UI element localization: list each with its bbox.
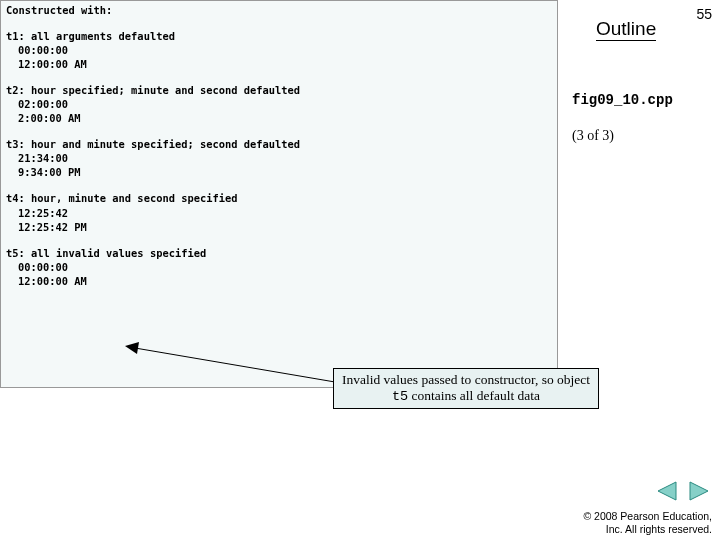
output-standard-time: 2:00:00 AM bbox=[6, 111, 552, 125]
output-label: t2: hour specified; minute and second de… bbox=[6, 83, 552, 97]
source-filename: fig09_10.cpp bbox=[572, 92, 673, 108]
svg-marker-3 bbox=[690, 482, 708, 500]
output-standard-time: 12:25:42 PM bbox=[6, 220, 552, 234]
output-universal-time: 00:00:00 bbox=[6, 260, 552, 274]
output-universal-time: 21:34:00 bbox=[6, 151, 552, 165]
copyright-line-2: Inc. All rights reserved. bbox=[583, 523, 712, 536]
callout-box: Invalid values passed to constructor, so… bbox=[333, 368, 599, 409]
page-count: (3 of 3) bbox=[572, 128, 614, 144]
output-label: t3: hour and minute specified; second de… bbox=[6, 137, 552, 151]
triangle-left-icon bbox=[656, 481, 678, 501]
output-block-t4: t4: hour, minute and second specified 12… bbox=[6, 191, 552, 233]
callout-code: t5 bbox=[392, 389, 408, 404]
output-title: Constructed with: bbox=[6, 3, 552, 17]
triangle-right-icon bbox=[688, 481, 710, 501]
copyright-notice: © 2008 Pearson Education, Inc. All right… bbox=[583, 510, 712, 536]
svg-marker-2 bbox=[658, 482, 676, 500]
output-block-t5: t5: all invalid values specified 00:00:0… bbox=[6, 246, 552, 288]
output-label: t1: all arguments defaulted bbox=[6, 29, 552, 43]
copyright-line-1: © 2008 Pearson Education, bbox=[583, 510, 712, 523]
output-block-t2: t2: hour specified; minute and second de… bbox=[6, 83, 552, 125]
next-button[interactable] bbox=[686, 480, 712, 502]
output-block-t1: t1: all arguments defaulted 00:00:00 12:… bbox=[6, 29, 552, 71]
outline-heading: Outline bbox=[596, 18, 656, 41]
page-number: 55 bbox=[696, 6, 712, 22]
callout-text-1: Invalid values passed to constructor, so… bbox=[342, 372, 590, 387]
output-label: t5: all invalid values specified bbox=[6, 246, 552, 260]
output-standard-time: 12:00:00 AM bbox=[6, 57, 552, 71]
callout-text-2: contains all default data bbox=[408, 388, 540, 403]
prev-button[interactable] bbox=[654, 480, 680, 502]
output-universal-time: 02:00:00 bbox=[6, 97, 552, 111]
output-standard-time: 12:00:00 AM bbox=[6, 274, 552, 288]
nav-buttons bbox=[654, 480, 712, 502]
output-standard-time: 9:34:00 PM bbox=[6, 165, 552, 179]
program-output-panel: Constructed with: t1: all arguments defa… bbox=[0, 0, 558, 388]
output-label: t4: hour, minute and second specified bbox=[6, 191, 552, 205]
output-universal-time: 00:00:00 bbox=[6, 43, 552, 57]
output-universal-time: 12:25:42 bbox=[6, 206, 552, 220]
output-block-t3: t3: hour and minute specified; second de… bbox=[6, 137, 552, 179]
